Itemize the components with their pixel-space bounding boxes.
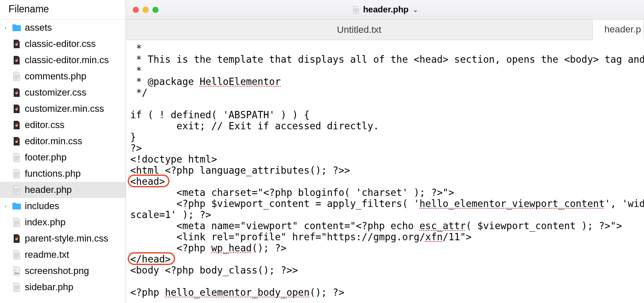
folder-icon — [12, 23, 21, 32]
close-window-button[interactable] — [133, 7, 139, 13]
file-label: functions.php — [25, 168, 124, 179]
code-line[interactable]: * — [130, 65, 640, 76]
file-row-sidebar-php[interactable]: sidebar.php — [0, 279, 126, 295]
file-label: sidebar.php — [25, 282, 124, 293]
file-row-screenshot-png[interactable]: screenshot.png — [0, 263, 126, 279]
file-label: includes — [25, 201, 124, 212]
code-line[interactable]: <body <?php body_class(); ?>> — [130, 265, 640, 276]
file-label: editor.css — [25, 119, 124, 131]
file-label: assets — [25, 22, 124, 33]
file-row-editor-css[interactable]: editor.css — [0, 117, 126, 133]
code-line[interactable]: <html <?php language_attributes(); ?>> — [130, 165, 640, 176]
file-row-comments-php[interactable]: comments.php — [0, 68, 126, 84]
file-row-footer-php[interactable]: footer.php — [0, 149, 126, 166]
file-label: readme.txt — [25, 249, 124, 260]
window-title[interactable]: header.php ⌄ — [352, 5, 418, 15]
tab-header-p[interactable]: header.p — [593, 20, 644, 40]
minimize-window-button[interactable] — [143, 7, 149, 13]
file-row-index-php[interactable]: index.php — [0, 214, 126, 230]
code-line[interactable]: ?> — [130, 143, 640, 154]
css-file-icon — [12, 120, 21, 130]
file-label: customizer.css — [25, 87, 124, 98]
document-icon — [352, 5, 360, 15]
disclosure-triangle-icon[interactable]: › — [3, 203, 9, 209]
image-file-icon — [12, 266, 21, 276]
css-file-icon — [12, 137, 21, 146]
text-file-icon — [12, 153, 21, 162]
window-title-text: header.php — [363, 5, 409, 15]
file-label: footer.php — [25, 152, 124, 163]
css-file-icon — [12, 88, 21, 97]
text-file-icon — [12, 185, 21, 195]
code-line[interactable]: * — [130, 43, 640, 54]
css-file-icon — [12, 55, 21, 65]
code-line[interactable]: <meta charset="<?php bloginfo( 'charset'… — [130, 187, 640, 198]
text-file-icon — [12, 169, 21, 178]
code-line[interactable]: * This is the template that displays all… — [130, 54, 640, 65]
code-line[interactable]: * @package HelloElementor — [130, 76, 640, 87]
file-label: classic-editor.css — [25, 38, 124, 50]
file-row-includes[interactable]: ›includes — [0, 198, 126, 214]
code-editor[interactable]: * * This is the template that displays a… — [126, 40, 644, 303]
file-label: parent-style.min.css — [25, 233, 124, 244]
file-row-header-php[interactable]: header.php — [0, 182, 126, 198]
window-titlebar: header.php ⌄ — [126, 0, 644, 20]
code-line[interactable]: <?php hello_elementor_body_open(); ?> — [130, 287, 640, 298]
chevron-down-icon: ⌄ — [413, 6, 418, 13]
folder-icon — [12, 201, 21, 211]
file-row-classic-editor-min-css[interactable]: classic-editor.min.cs — [0, 52, 126, 68]
tab-untitled-txt[interactable]: Untitled.txt — [126, 20, 593, 40]
code-line[interactable]: <!doctype html> — [130, 154, 640, 165]
code-line[interactable]: <?php wp_head(); ?> — [130, 242, 640, 253]
app-root: Filename ›assetsclassic-editor.cssclassi… — [0, 0, 644, 303]
file-list[interactable]: ›assetsclassic-editor.cssclassic-editor.… — [0, 20, 126, 303]
css-file-icon — [12, 234, 21, 243]
file-label: screenshot.png — [25, 265, 124, 277]
editor-pane: header.php ⌄ Untitled.txtheader.p * * Th… — [126, 0, 644, 303]
code-line[interactable] — [130, 276, 640, 287]
file-label: index.php — [25, 217, 124, 228]
code-line[interactable]: } — [130, 131, 640, 143]
code-line[interactable]: if ( ! defined( 'ABSPATH' ) ) { — [130, 109, 640, 120]
file-row-parent-style-min-css[interactable]: parent-style.min.css — [0, 230, 126, 247]
code-line[interactable]: <meta name="viewport" content="<?php ech… — [130, 220, 640, 231]
file-row-assets[interactable]: ›assets — [0, 20, 126, 36]
text-file-icon — [12, 250, 21, 259]
file-label: customizer.min.css — [25, 103, 124, 114]
tab-bar: Untitled.txtheader.p — [126, 20, 644, 40]
code-line[interactable]: exit; // Exit if accessed directly. — [130, 120, 640, 131]
css-file-icon — [12, 39, 21, 49]
file-row-editor-min-css[interactable]: editor.min.css — [0, 133, 126, 149]
file-row-readme-txt[interactable]: readme.txt — [0, 247, 126, 263]
code-line[interactable] — [130, 98, 640, 109]
text-file-icon — [12, 218, 21, 227]
code-line[interactable]: <head> — [130, 176, 640, 187]
file-row-customizer-css[interactable]: customizer.css — [0, 84, 126, 101]
file-label: editor.min.css — [25, 136, 124, 147]
file-row-classic-editor-css[interactable]: classic-editor.css — [0, 36, 126, 52]
file-label: comments.php — [25, 71, 124, 82]
code-line[interactable]: </head> — [130, 253, 640, 265]
file-row-functions-php[interactable]: functions.php — [0, 166, 126, 182]
file-row-customizer-min-css[interactable]: customizer.min.css — [0, 101, 126, 117]
code-line[interactable]: scale=1' ); ?> — [130, 209, 640, 220]
zoom-window-button[interactable] — [152, 7, 158, 13]
disclosure-triangle-icon[interactable]: › — [3, 25, 9, 31]
code-line[interactable]: <?php $viewport_content = apply_filters(… — [130, 198, 640, 209]
file-label: classic-editor.min.cs — [25, 55, 124, 66]
file-label: header.php — [25, 184, 124, 195]
file-sidebar: Filename ›assetsclassic-editor.cssclassi… — [0, 0, 126, 303]
code-line[interactable]: <link rel="profile" href="https://gmpg.o… — [130, 231, 640, 242]
text-file-icon — [12, 72, 21, 81]
code-line[interactable]: */ — [130, 87, 640, 98]
sidebar-header: Filename — [0, 0, 126, 20]
text-file-icon — [12, 283, 21, 292]
traffic-lights — [133, 7, 158, 13]
css-file-icon — [12, 104, 21, 114]
